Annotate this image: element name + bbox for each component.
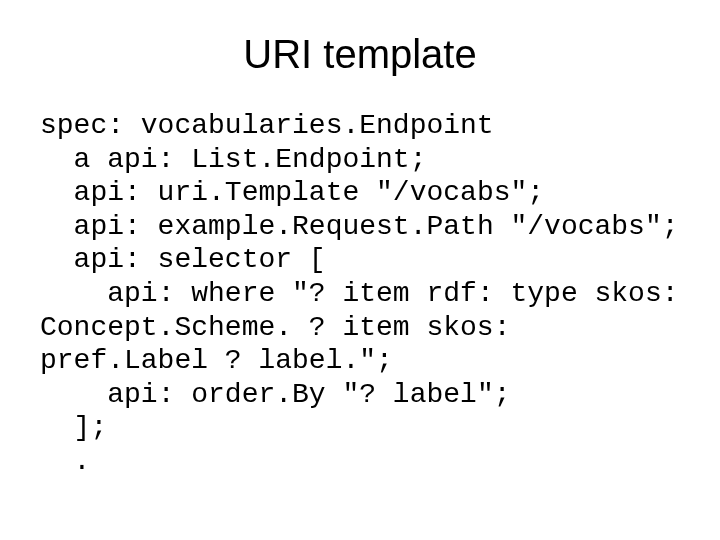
page-title: URI template xyxy=(40,32,680,77)
slide: URI template spec: vocabularies.Endpoint… xyxy=(0,0,720,540)
code-block: spec: vocabularies.Endpoint a api: List.… xyxy=(40,109,680,479)
